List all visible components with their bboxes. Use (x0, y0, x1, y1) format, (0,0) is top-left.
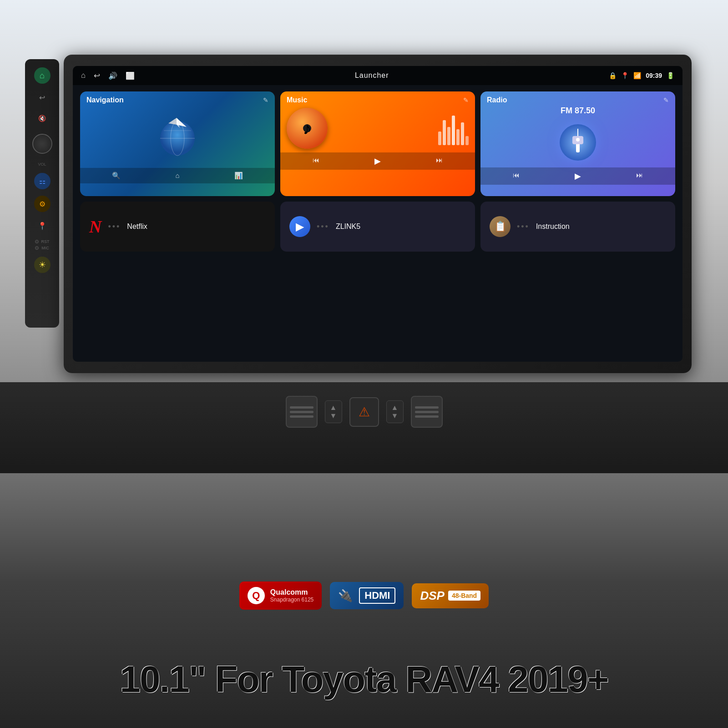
radio-visual (480, 117, 675, 167)
vol-label: VOL (38, 162, 46, 167)
nav-tile-visual (80, 104, 275, 168)
sidebar-location-button[interactable]: 📍 (35, 218, 50, 233)
rst-mic-area: RST MIC (29, 239, 56, 250)
volume-dial[interactable] (32, 134, 52, 154)
netflix-label: Netflix (127, 222, 147, 231)
radio-next-button[interactable]: ⏭ (636, 171, 643, 181)
app-grid: Navigation ✎ (73, 85, 682, 258)
music-tile-header: Music ✎ (280, 91, 475, 104)
wifi-icon: 📶 (633, 72, 641, 79)
music-prev-button[interactable]: ⏮ (313, 156, 319, 166)
hdmi-label: HDMI (359, 587, 395, 604)
sidebar-apps-button[interactable]: ⚏ (34, 173, 51, 189)
instruction-icon: 📋 (490, 216, 511, 237)
status-left-icons: ⌂ ↩ 🔊 ⬜ (81, 71, 135, 81)
radio-tile-header: Radio ✎ (480, 91, 675, 104)
music-play-button[interactable]: ▶ (374, 156, 381, 166)
battery-icon: 🔋 (667, 72, 674, 79)
instruction-tile[interactable]: 📋 ••• Instruction (480, 202, 675, 252)
qualcomm-logo: Q (248, 587, 265, 604)
status-bar: ⌂ ↩ 🔊 ⬜ Launcher 🔒 📍 📶 09:39 🔋 (73, 66, 682, 85)
product-page: ⌂ ↩ 🔇 VOL ⚏ ⚙ 📍 RST MIC ☀ (0, 0, 728, 728)
rst-indicator: RST (35, 239, 50, 244)
hazard-button[interactable]: ⚠ (349, 397, 379, 427)
mic-indicator: MIC (35, 246, 49, 250)
home-icon[interactable]: ⌂ (81, 71, 86, 80)
lock-icon: 🔒 (609, 72, 617, 79)
music-visualizer (438, 112, 469, 149)
sidebar-home-button[interactable]: ⌂ (34, 67, 51, 84)
nav-search-button[interactable]: 🔍 (112, 172, 121, 180)
volume-icon[interactable]: 🔊 (108, 71, 117, 80)
nav-controls: 🔍 ⌂ 📊 (80, 168, 275, 183)
window-icon[interactable]: ⬜ (126, 71, 135, 80)
hdmi-connector-icon: 🔌 (338, 589, 353, 603)
sidebar-mute-button[interactable]: 🔇 (35, 111, 50, 126)
dsp-badge: DSP 48-Band (412, 583, 489, 608)
music-tile[interactable]: Music ✎ ♪ (280, 91, 475, 196)
dash-vent-right (411, 396, 443, 428)
navigation-tile[interactable]: Navigation ✎ (80, 91, 275, 196)
badges-row: Q Qualcomm Snapdragon 6125 🔌 HDMI DSP 48… (0, 581, 728, 610)
qualcomm-text: Qualcomm Snapdragon 6125 (270, 588, 313, 603)
netflix-dots: ••• (108, 222, 121, 232)
netflix-tile[interactable]: N ••• Netflix (80, 202, 275, 252)
radio-antenna-icon (568, 129, 588, 156)
back-icon[interactable]: ↩ (94, 71, 100, 81)
dash-btn-left[interactable]: ▲▼ (325, 400, 342, 423)
launcher-title: Launcher (355, 71, 389, 80)
radio-tile[interactable]: Radio ✎ FM 87.50 (480, 91, 675, 196)
dash-vent-left (286, 396, 318, 428)
side-panel: ⌂ ↩ 🔇 VOL ⚏ ⚙ 📍 RST MIC ☀ (25, 59, 59, 328)
sidebar-brightness-button[interactable]: ☀ (34, 257, 51, 273)
sidebar-settings-button[interactable]: ⚙ (34, 196, 51, 212)
nav-tile-header: Navigation ✎ (80, 91, 275, 104)
dash-controls-row: ▲▼ ⚠ ▲▼ (0, 382, 728, 441)
clock-display: 09:39 (646, 72, 662, 79)
instruction-label: Instruction (536, 222, 570, 231)
music-note-icon: ♪ (303, 119, 312, 138)
radio-play-button[interactable]: ▶ (575, 171, 581, 181)
music-next-button[interactable]: ⏭ (436, 156, 443, 166)
main-product-title: 10.1" For Toyota RAV4 2019+ (0, 658, 728, 701)
music-disc: ♪ (287, 108, 328, 149)
sidebar-back-button[interactable]: ↩ (35, 90, 50, 105)
netflix-logo: N (89, 217, 101, 237)
navigation-icon (155, 113, 200, 159)
hdmi-badge: 🔌 HDMI (330, 582, 404, 609)
zlink-dots: ••• (317, 222, 329, 232)
radio-prev-button[interactable]: ⏮ (513, 171, 520, 181)
instruction-dots: ••• (517, 222, 530, 232)
location-icon: 📍 (621, 72, 629, 79)
dash-btn-right[interactable]: ▲▼ (386, 400, 404, 423)
head-unit-bezel: ⌂ ↩ 🔊 ⬜ Launcher 🔒 📍 📶 09:39 🔋 (64, 55, 692, 373)
radio-controls: ⏮ ▶ ⏭ (480, 167, 675, 185)
svg-point-10 (576, 138, 580, 142)
zlink-label: ZLINK5 (336, 222, 360, 231)
dsp-label: DSP (420, 589, 444, 603)
nav-chart-button[interactable]: 📊 (234, 172, 243, 180)
qualcomm-badge: Q Qualcomm Snapdragon 6125 (239, 581, 322, 610)
head-unit-screen: ⌂ ↩ 🔊 ⬜ Launcher 🔒 📍 📶 09:39 🔋 (73, 66, 682, 362)
dashboard-area: ▲▼ ⚠ ▲▼ (0, 382, 728, 473)
radio-frequency: FM 87.50 (480, 104, 675, 117)
radio-circle (560, 124, 596, 161)
music-disc-area: ♪ (280, 104, 475, 151)
status-right-icons: 🔒 📍 📶 09:39 🔋 (609, 72, 674, 79)
dsp-band-label: 48-Band (448, 591, 480, 601)
nav-home-button[interactable]: ⌂ (175, 172, 179, 180)
zlink-tile[interactable]: ▶ ••• ZLINK5 (280, 202, 475, 252)
zlink-icon: ▶ (289, 216, 310, 237)
music-controls: ⏮ ▶ ⏭ (280, 152, 475, 170)
